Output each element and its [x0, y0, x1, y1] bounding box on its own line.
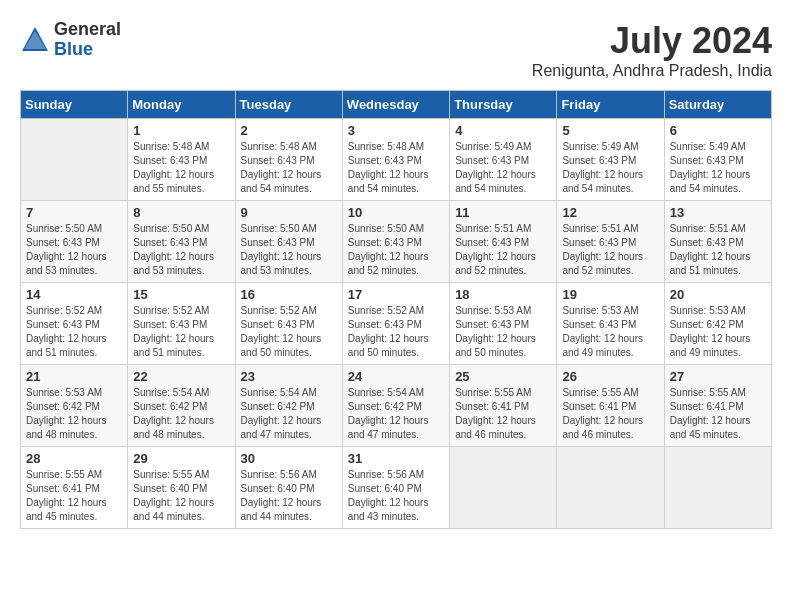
- calendar-cell: 7Sunrise: 5:50 AM Sunset: 6:43 PM Daylig…: [21, 201, 128, 283]
- header-tuesday: Tuesday: [235, 91, 342, 119]
- calendar-cell: 30Sunrise: 5:56 AM Sunset: 6:40 PM Dayli…: [235, 447, 342, 529]
- cell-info: Sunrise: 5:50 AM Sunset: 6:43 PM Dayligh…: [133, 222, 229, 278]
- calendar-cell: 31Sunrise: 5:56 AM Sunset: 6:40 PM Dayli…: [342, 447, 449, 529]
- cell-info: Sunrise: 5:55 AM Sunset: 6:41 PM Dayligh…: [26, 468, 122, 524]
- calendar-cell: 28Sunrise: 5:55 AM Sunset: 6:41 PM Dayli…: [21, 447, 128, 529]
- cell-info: Sunrise: 5:51 AM Sunset: 6:43 PM Dayligh…: [455, 222, 551, 278]
- calendar-cell: 10Sunrise: 5:50 AM Sunset: 6:43 PM Dayli…: [342, 201, 449, 283]
- header-sunday: Sunday: [21, 91, 128, 119]
- calendar-cell: 8Sunrise: 5:50 AM Sunset: 6:43 PM Daylig…: [128, 201, 235, 283]
- day-number: 29: [133, 451, 229, 466]
- calendar-header-row: SundayMondayTuesdayWednesdayThursdayFrid…: [21, 91, 772, 119]
- day-number: 24: [348, 369, 444, 384]
- day-number: 16: [241, 287, 337, 302]
- calendar-cell: 2Sunrise: 5:48 AM Sunset: 6:43 PM Daylig…: [235, 119, 342, 201]
- header-saturday: Saturday: [664, 91, 771, 119]
- cell-info: Sunrise: 5:54 AM Sunset: 6:42 PM Dayligh…: [241, 386, 337, 442]
- cell-info: Sunrise: 5:55 AM Sunset: 6:41 PM Dayligh…: [670, 386, 766, 442]
- calendar-cell: 22Sunrise: 5:54 AM Sunset: 6:42 PM Dayli…: [128, 365, 235, 447]
- calendar-cell: 26Sunrise: 5:55 AM Sunset: 6:41 PM Dayli…: [557, 365, 664, 447]
- calendar-cell: 16Sunrise: 5:52 AM Sunset: 6:43 PM Dayli…: [235, 283, 342, 365]
- day-number: 28: [26, 451, 122, 466]
- cell-info: Sunrise: 5:52 AM Sunset: 6:43 PM Dayligh…: [348, 304, 444, 360]
- day-number: 25: [455, 369, 551, 384]
- calendar-cell: 19Sunrise: 5:53 AM Sunset: 6:43 PM Dayli…: [557, 283, 664, 365]
- day-number: 22: [133, 369, 229, 384]
- cell-info: Sunrise: 5:52 AM Sunset: 6:43 PM Dayligh…: [26, 304, 122, 360]
- day-number: 13: [670, 205, 766, 220]
- calendar-cell: 11Sunrise: 5:51 AM Sunset: 6:43 PM Dayli…: [450, 201, 557, 283]
- cell-info: Sunrise: 5:52 AM Sunset: 6:43 PM Dayligh…: [133, 304, 229, 360]
- cell-info: Sunrise: 5:51 AM Sunset: 6:43 PM Dayligh…: [670, 222, 766, 278]
- calendar-cell: [450, 447, 557, 529]
- week-row-2: 7Sunrise: 5:50 AM Sunset: 6:43 PM Daylig…: [21, 201, 772, 283]
- day-number: 18: [455, 287, 551, 302]
- calendar-cell: 6Sunrise: 5:49 AM Sunset: 6:43 PM Daylig…: [664, 119, 771, 201]
- cell-info: Sunrise: 5:56 AM Sunset: 6:40 PM Dayligh…: [348, 468, 444, 524]
- day-number: 19: [562, 287, 658, 302]
- day-number: 2: [241, 123, 337, 138]
- logo-icon: [20, 25, 50, 55]
- calendar-cell: [557, 447, 664, 529]
- page-header: General Blue July 2024 Renigunta, Andhra…: [20, 20, 772, 80]
- calendar-cell: 21Sunrise: 5:53 AM Sunset: 6:42 PM Dayli…: [21, 365, 128, 447]
- week-row-4: 21Sunrise: 5:53 AM Sunset: 6:42 PM Dayli…: [21, 365, 772, 447]
- cell-info: Sunrise: 5:48 AM Sunset: 6:43 PM Dayligh…: [241, 140, 337, 196]
- cell-info: Sunrise: 5:53 AM Sunset: 6:43 PM Dayligh…: [455, 304, 551, 360]
- day-number: 11: [455, 205, 551, 220]
- calendar-cell: 12Sunrise: 5:51 AM Sunset: 6:43 PM Dayli…: [557, 201, 664, 283]
- logo-text: General Blue: [54, 20, 121, 60]
- cell-info: Sunrise: 5:49 AM Sunset: 6:43 PM Dayligh…: [455, 140, 551, 196]
- calendar-cell: 25Sunrise: 5:55 AM Sunset: 6:41 PM Dayli…: [450, 365, 557, 447]
- day-number: 14: [26, 287, 122, 302]
- day-number: 9: [241, 205, 337, 220]
- calendar-cell: 9Sunrise: 5:50 AM Sunset: 6:43 PM Daylig…: [235, 201, 342, 283]
- cell-info: Sunrise: 5:50 AM Sunset: 6:43 PM Dayligh…: [348, 222, 444, 278]
- day-number: 26: [562, 369, 658, 384]
- calendar-cell: 3Sunrise: 5:48 AM Sunset: 6:43 PM Daylig…: [342, 119, 449, 201]
- calendar-cell: 27Sunrise: 5:55 AM Sunset: 6:41 PM Dayli…: [664, 365, 771, 447]
- cell-info: Sunrise: 5:49 AM Sunset: 6:43 PM Dayligh…: [670, 140, 766, 196]
- cell-info: Sunrise: 5:54 AM Sunset: 6:42 PM Dayligh…: [133, 386, 229, 442]
- calendar-cell: 24Sunrise: 5:54 AM Sunset: 6:42 PM Dayli…: [342, 365, 449, 447]
- cell-info: Sunrise: 5:53 AM Sunset: 6:42 PM Dayligh…: [670, 304, 766, 360]
- day-number: 20: [670, 287, 766, 302]
- day-number: 12: [562, 205, 658, 220]
- day-number: 23: [241, 369, 337, 384]
- calendar-cell: 29Sunrise: 5:55 AM Sunset: 6:40 PM Dayli…: [128, 447, 235, 529]
- header-friday: Friday: [557, 91, 664, 119]
- day-number: 21: [26, 369, 122, 384]
- logo: General Blue: [20, 20, 121, 60]
- week-row-3: 14Sunrise: 5:52 AM Sunset: 6:43 PM Dayli…: [21, 283, 772, 365]
- calendar-cell: 5Sunrise: 5:49 AM Sunset: 6:43 PM Daylig…: [557, 119, 664, 201]
- calendar-cell: 20Sunrise: 5:53 AM Sunset: 6:42 PM Dayli…: [664, 283, 771, 365]
- calendar-cell: [21, 119, 128, 201]
- day-number: 17: [348, 287, 444, 302]
- calendar-cell: 13Sunrise: 5:51 AM Sunset: 6:43 PM Dayli…: [664, 201, 771, 283]
- calendar-table: SundayMondayTuesdayWednesdayThursdayFrid…: [20, 90, 772, 529]
- cell-info: Sunrise: 5:55 AM Sunset: 6:41 PM Dayligh…: [562, 386, 658, 442]
- day-number: 1: [133, 123, 229, 138]
- day-number: 10: [348, 205, 444, 220]
- day-number: 3: [348, 123, 444, 138]
- logo-general: General: [54, 20, 121, 40]
- header-wednesday: Wednesday: [342, 91, 449, 119]
- title-block: July 2024 Renigunta, Andhra Pradesh, Ind…: [532, 20, 772, 80]
- day-number: 6: [670, 123, 766, 138]
- cell-info: Sunrise: 5:52 AM Sunset: 6:43 PM Dayligh…: [241, 304, 337, 360]
- calendar-cell: 23Sunrise: 5:54 AM Sunset: 6:42 PM Dayli…: [235, 365, 342, 447]
- svg-marker-1: [24, 31, 46, 49]
- day-number: 7: [26, 205, 122, 220]
- calendar-cell: 4Sunrise: 5:49 AM Sunset: 6:43 PM Daylig…: [450, 119, 557, 201]
- calendar-cell: 14Sunrise: 5:52 AM Sunset: 6:43 PM Dayli…: [21, 283, 128, 365]
- cell-info: Sunrise: 5:49 AM Sunset: 6:43 PM Dayligh…: [562, 140, 658, 196]
- day-number: 5: [562, 123, 658, 138]
- cell-info: Sunrise: 5:50 AM Sunset: 6:43 PM Dayligh…: [26, 222, 122, 278]
- cell-info: Sunrise: 5:50 AM Sunset: 6:43 PM Dayligh…: [241, 222, 337, 278]
- day-number: 30: [241, 451, 337, 466]
- calendar-cell: 17Sunrise: 5:52 AM Sunset: 6:43 PM Dayli…: [342, 283, 449, 365]
- cell-info: Sunrise: 5:55 AM Sunset: 6:41 PM Dayligh…: [455, 386, 551, 442]
- cell-info: Sunrise: 5:54 AM Sunset: 6:42 PM Dayligh…: [348, 386, 444, 442]
- cell-info: Sunrise: 5:56 AM Sunset: 6:40 PM Dayligh…: [241, 468, 337, 524]
- cell-info: Sunrise: 5:53 AM Sunset: 6:43 PM Dayligh…: [562, 304, 658, 360]
